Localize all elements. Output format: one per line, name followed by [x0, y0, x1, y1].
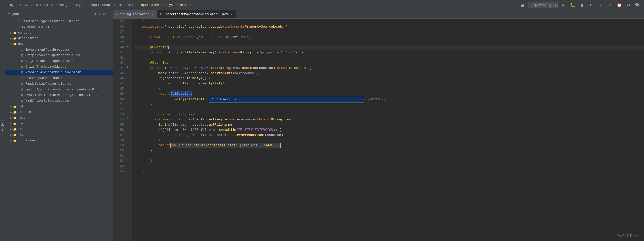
tree-item-info[interactable]: ▶ 📁 info [5, 104, 113, 109]
tree-item-propertysourceloader[interactable]: I PropertySourceLoader [5, 75, 113, 81]
tree-item-origintrackedprops[interactable]: C OriginTrackedPropertiesLoader [5, 58, 113, 64]
gutter-annotation-icon[interactable]: @ [127, 117, 129, 120]
tree-label: env [18, 42, 24, 46]
tab-icon: C [160, 12, 162, 16]
autocomplete-popup[interactable]: C Collections [209, 97, 364, 103]
git-check2[interactable]: ✓ [606, 2, 614, 9]
class-icon: C [20, 93, 24, 97]
breadcrumb-env[interactable]: env [128, 3, 134, 7]
search-button[interactable]: 🔍 [634, 2, 641, 9]
interface-icon: I [20, 48, 24, 52]
tree-item-convert[interactable]: ▶ 📁 convert [5, 30, 113, 36]
autocomplete-trigger: Collections [170, 91, 192, 97]
sidebar-layout-icon[interactable]: ⇅ [98, 11, 101, 17]
tree-item-fileencoding[interactable]: C FileEncodingApplicationListener [5, 19, 113, 24]
tree-label: OriginTrackedMapPropertySource [25, 54, 81, 57]
tree-item-jackson[interactable]: ▶ 📁 jackson [5, 109, 113, 115]
code-line: return (Map) PropertiesLoaderUtils. load… [134, 133, 644, 138]
code-line: String filename = resource. getFilename … [134, 122, 644, 127]
code-line: //unchecked, rawtypes/ [134, 112, 644, 117]
line-numbers: 35 36 37 38 39 40 41 42 43 44 45 46 47 4… [113, 19, 126, 241]
tree-item-liquibase[interactable]: ▶ 📁 liquibase [5, 138, 113, 143]
code-line [134, 40, 644, 45]
tree-label: RandomValuePropertySource [25, 82, 72, 86]
tab-propertiesloader[interactable]: C PropertiesPropertySourceLoader.java ✕ [157, 10, 236, 18]
code-line: public class PropertiesPropertySourceLoa… [134, 24, 644, 29]
folder-icon: 📁 [13, 36, 17, 41]
tree-label: FileEncodingApplicationListener [22, 20, 79, 23]
breadcrumb-jar[interactable]: spring-boot-2.2.3.RELEASE-sources.jar [3, 3, 71, 7]
class-icon: C [20, 65, 24, 69]
gutter-run-icon2[interactable]: ▶ [127, 65, 129, 69]
sidebar-settings-icon[interactable]: ⚙ [103, 11, 106, 17]
code-line: public String[] getFileExtensions () { r… [134, 50, 644, 55]
tree-item-yamlproploader[interactable]: C YamlPropertySourceLoader [5, 98, 113, 104]
tree-item-typeexclude[interactable]: C TypeExcludeFilter [5, 24, 113, 30]
code-content[interactable]: */ public class PropertiesPropertySource… [132, 19, 644, 241]
code-line: } [134, 138, 644, 143]
breadcrumb-springframework[interactable]: springframework [85, 3, 112, 7]
window-icon[interactable]: ▣ [519, 2, 526, 9]
tab-close-spring-factories[interactable]: ✕ [151, 12, 154, 17]
code-line: } [134, 86, 644, 91]
app-selector[interactable]: Application (1) [528, 2, 558, 8]
tree-item-diagnostics[interactable]: ▶ 📁 diagnostics [5, 36, 113, 41]
code-line: return new OriginTrackedPropertiesLoader… [134, 143, 644, 148]
tree-item-jdbc[interactable]: ▶ 📁 jdbc [5, 115, 113, 121]
autocomplete-item[interactable]: C Collections [209, 97, 364, 102]
breadcrumb-class: PropertiesPropertySourceLoader [138, 3, 193, 7]
tab-spring-factories[interactable]: ⚙ spring.factories ✕ [113, 10, 157, 18]
tree-item-propssourceloader[interactable]: C PropertiesPropertySourceLoader [5, 70, 113, 75]
folder-icon: 📁 [13, 105, 17, 109]
class-icon: C [20, 82, 24, 86]
sidebar-add-icon[interactable]: ⊕ [93, 11, 96, 17]
file-tree[interactable]: C FileEncodingApplicationListener C Type… [5, 18, 113, 241]
highlight-box: new OriginTrackedPropertiesLoader (resou… [170, 143, 280, 148]
tree-item-origintrackedmap[interactable]: C OriginTrackedMapPropertySource [5, 53, 113, 58]
git-undo[interactable]: ↺ [625, 2, 632, 9]
tree-label: OriginTrackedPropertiesLoader [25, 59, 79, 63]
class-icon: C [20, 53, 24, 58]
tab-close-propertiesloader[interactable]: ✕ [231, 12, 233, 17]
debug-button[interactable]: 🐛 [569, 2, 576, 9]
tree-item-json[interactable]: ▶ 📁 json [5, 126, 113, 132]
code-line: private Map <String, ?> loadProperties (… [134, 117, 644, 122]
tree-label: jdbc [18, 116, 26, 120]
project-panel-label[interactable]: Project [0, 10, 5, 241]
sidebar: Project ⊕ ⇅ ⚙ − C FileEncodingApplicatio… [5, 10, 113, 241]
tree-label: jackson [18, 110, 31, 114]
run-button[interactable]: ▶ [560, 2, 567, 9]
tree-item-springappjson[interactable]: C SpringApplicationJsonEnvironmentPostP.… [5, 87, 113, 92]
tree-item-sysenvprop[interactable]: C SystemEnvironmentPropertySourceEnvir..… [5, 92, 113, 98]
code-line: return Collections C Collections [134, 91, 644, 97]
tree-label: OriginTrackedYamlLoader [25, 65, 68, 69]
breadcrumb: spring-boot-2.2.3.RELEASE-sources.jar › … [3, 3, 517, 7]
code-line [134, 55, 644, 60]
tab-label: PropertiesPropertySourceLoader.java [164, 13, 229, 16]
class-icon: C [20, 70, 24, 75]
tree-item-envpostprocessor[interactable]: I EnvironmentPostProcessor [5, 47, 113, 53]
coverage-button[interactable]: ▦ [578, 2, 585, 9]
code-line [134, 107, 644, 112]
code-editor: 35 36 37 38 39 40 41 42 43 44 45 46 47 4… [113, 19, 644, 241]
tree-item-origintrackedyaml[interactable]: C OriginTrackedYamlLoader [5, 64, 113, 70]
git-check1[interactable]: ✓ [597, 2, 604, 9]
sidebar-minimize-icon[interactable]: − [108, 12, 111, 17]
tree-label: diagnostics [18, 37, 38, 40]
gutter-run-icon[interactable]: ▶ [127, 44, 129, 48]
tree-label: SpringApplicationJsonEnvironmentPostP... [25, 88, 100, 91]
breadcrumb-boot[interactable]: boot [117, 3, 124, 7]
interface-icon: I [20, 76, 24, 80]
tree-item-jta[interactable]: ▶ 📁 jta [5, 132, 113, 138]
tree-item-env[interactable]: ▼ 📁 env [5, 41, 113, 47]
code-line: if (properties. isEmpty ()) { [134, 76, 644, 81]
cursor [168, 46, 169, 49]
code-line: return Collections. emptyList (); [134, 81, 644, 86]
breadcrumb-org[interactable]: org [75, 3, 81, 7]
tree-item-jms[interactable]: ▶ 📁 jms [5, 121, 113, 126]
tree-label: info [18, 105, 26, 108]
code-line: if (filename != null && filename. endsWi… [134, 127, 644, 133]
tab-icon: ⚙ [116, 12, 118, 17]
tree-item-randomvalue[interactable]: C RandomValuePropertySource [5, 81, 113, 87]
git-clock[interactable]: ⏰ [616, 2, 623, 9]
